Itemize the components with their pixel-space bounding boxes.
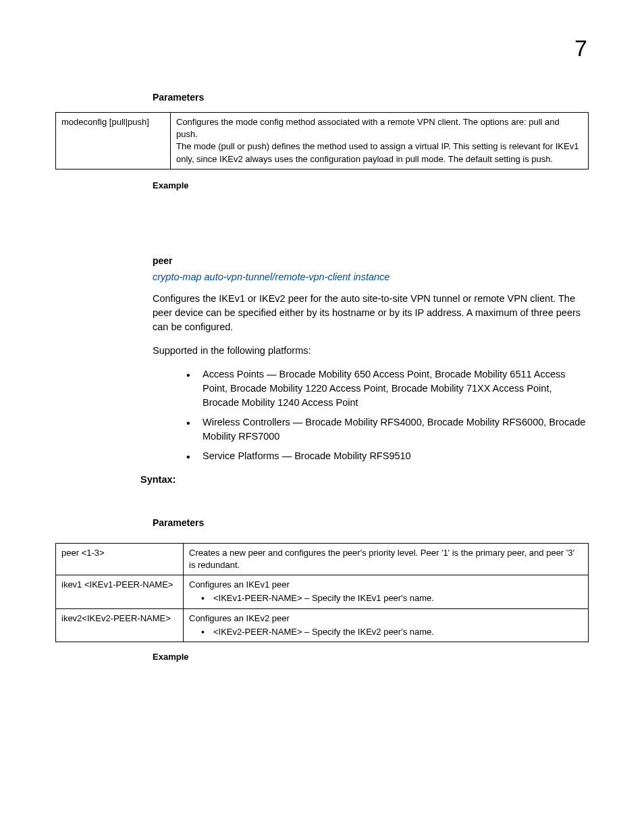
parameters-heading-2: Parameters [153,517,589,528]
list-item: <IKEv2-PEER-NAME> – Specify the IKEv2 pe… [205,626,583,638]
peer-intro-text: Configures the IKEv1 or IKEv2 peer for t… [153,292,589,334]
supported-platforms-text: Supported in the following platforms: [153,344,589,358]
table-text-line: Configures an IKEv1 peer [189,579,290,590]
page-number: 7 [574,35,587,61]
list-item: Service Platforms — Brocade Mobility RFS… [190,449,589,463]
platforms-list: Access Points — Brocade Mobility 650 Acc… [153,367,589,463]
inner-list: <IKEv2-PEER-NAME> – Specify the IKEv2 pe… [189,626,583,638]
crypto-map-link[interactable]: crypto-map auto-vpn-tunnel/remote-vpn-cl… [153,271,589,282]
table-text-line: The mode (pull or push) defines the meth… [176,140,583,165]
table-cell-value: Configures an IKEv1 peer <IKEv1-PEER-NAM… [184,575,589,608]
table-cell-key: modeconfig [pull|push] [56,113,171,170]
content-area: Parameters modeconfig [pull|push] Config… [153,35,589,662]
peer-table: peer <1-3> Creates a new peer and config… [55,543,589,642]
table-row: ikev2<IKEv2-PEER-NAME> Configures an IKE… [56,608,589,642]
parameters-heading-1: Parameters [153,92,589,103]
list-item: Access Points — Brocade Mobility 650 Acc… [190,367,589,410]
syntax-heading: Syntax: [140,474,589,485]
peer-heading: peer [153,255,589,266]
table-cell-key: ikev2<IKEv2-PEER-NAME> [56,608,184,642]
modeconfig-table: modeconfig [pull|push] Configures the mo… [55,112,589,170]
table-text-line: Configures an IKEv2 peer [189,613,290,623]
inner-list: <IKEv1-PEER-NAME> – Specify the IKEv1 pe… [189,592,583,604]
table-row: peer <1-3> Creates a new peer and config… [56,543,589,575]
list-item: <IKEv1-PEER-NAME> – Specify the IKEv1 pe… [205,592,583,604]
table-cell-key: peer <1-3> [56,543,184,575]
example-heading-2: Example [153,652,589,662]
example-heading-1: Example [153,180,589,190]
list-item: Wireless Controllers — Brocade Mobility … [190,415,589,444]
page-container: 7 Parameters modeconfig [pull|push] Conf… [0,0,644,834]
table-row: ikev1 <IKEv1-PEER-NAME> Configures an IK… [56,575,589,608]
table-cell-key: ikev1 <IKEv1-PEER-NAME> [56,575,184,608]
table-cell-value: Configures the mode config method associ… [171,113,589,170]
table-cell-value: Configures an IKEv2 peer <IKEv2-PEER-NAM… [184,608,589,642]
table-cell-value: Creates a new peer and configures the pe… [184,543,589,575]
table-text-line: Configures the mode config method associ… [176,116,583,140]
table-row: modeconfig [pull|push] Configures the mo… [56,113,589,170]
